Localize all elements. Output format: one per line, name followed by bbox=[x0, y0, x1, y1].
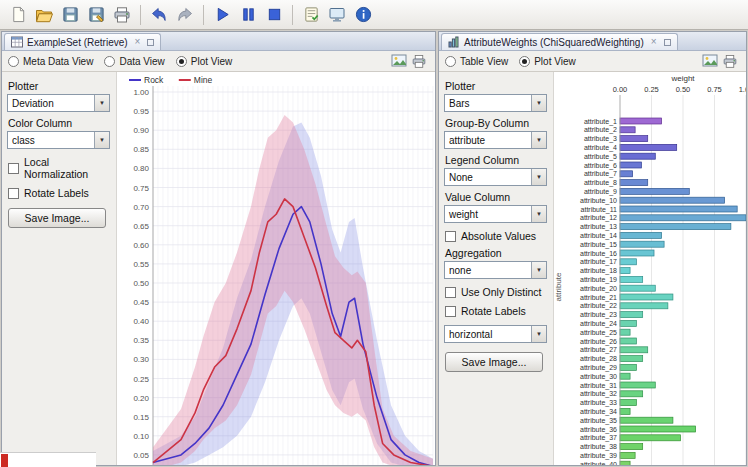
left-tabbar: ExampleSet (Retrieve) × bbox=[2, 32, 435, 51]
svg-text:attribute_4: attribute_4 bbox=[584, 144, 617, 152]
monitor-icon bbox=[328, 6, 346, 24]
svg-text:0.40: 0.40 bbox=[133, 317, 149, 326]
table-icon bbox=[11, 36, 23, 48]
status-red-marker bbox=[1, 454, 8, 467]
close-icon[interactable]: × bbox=[135, 37, 141, 47]
value-column-select[interactable]: weight ▼ bbox=[444, 205, 547, 223]
detach-icon[interactable] bbox=[147, 39, 154, 46]
svg-text:attribute_5: attribute_5 bbox=[584, 153, 617, 161]
undo-icon bbox=[150, 6, 168, 24]
checkbox-label: Absolute Values bbox=[461, 230, 536, 242]
left-plot-controls: Plotter Deviation ▼ Color Column class ▼… bbox=[2, 72, 116, 465]
save-button[interactable] bbox=[58, 3, 82, 27]
plotter-value: Bars bbox=[445, 98, 531, 109]
undo-button[interactable] bbox=[147, 3, 171, 27]
weights-bar-chart: weight0.000.250.500.751.00attributeattri… bbox=[554, 72, 746, 465]
detach-icon[interactable] bbox=[664, 39, 671, 46]
open-icon bbox=[35, 6, 53, 24]
exampleset-panel: ExampleSet (Retrieve) × Meta Data ViewDa… bbox=[1, 31, 436, 466]
plotter-select[interactable]: Deviation ▼ bbox=[7, 94, 110, 112]
save-icon bbox=[62, 6, 79, 23]
svg-text:attribute_25: attribute_25 bbox=[580, 329, 617, 337]
close-icon[interactable]: × bbox=[651, 37, 657, 47]
view-radio-label: Meta Data View bbox=[23, 56, 93, 67]
chevron-down-icon: ▼ bbox=[531, 206, 546, 222]
color-column-select[interactable]: class ▼ bbox=[7, 131, 110, 149]
svg-text:0.80: 0.80 bbox=[133, 164, 149, 173]
aggregation-select[interactable]: none ▼ bbox=[444, 261, 547, 279]
rotate-labels-checkbox[interactable]: Rotate Labels bbox=[445, 305, 547, 317]
save-image-button[interactable]: Save Image... bbox=[445, 352, 543, 372]
checkbox-box bbox=[8, 163, 19, 174]
rotate-labels-checkbox[interactable]: Rotate Labels bbox=[8, 187, 110, 199]
svg-text:attribute_33: attribute_33 bbox=[580, 399, 617, 407]
svg-text:attribute_31: attribute_31 bbox=[580, 382, 617, 390]
svg-text:0.50: 0.50 bbox=[676, 85, 691, 94]
print-icon[interactable] bbox=[720, 53, 740, 70]
svg-text:attribute_22: attribute_22 bbox=[580, 302, 617, 310]
legend-column-select[interactable]: None ▼ bbox=[444, 168, 547, 186]
view-radio-data-view[interactable]: Data View bbox=[104, 56, 164, 67]
new-button[interactable] bbox=[6, 3, 30, 27]
pause-button[interactable] bbox=[236, 3, 260, 27]
svg-text:0.55: 0.55 bbox=[133, 260, 149, 269]
svg-text:1.00: 1.00 bbox=[739, 85, 746, 94]
svg-text:attribute_9: attribute_9 bbox=[584, 188, 617, 196]
svg-text:0.15: 0.15 bbox=[133, 413, 149, 422]
radio-dot bbox=[8, 56, 19, 67]
info-button[interactable] bbox=[351, 3, 375, 27]
plotter-label: Plotter bbox=[445, 80, 547, 92]
print-button[interactable] bbox=[110, 3, 134, 27]
local-normalization-checkbox[interactable]: Local Normalization bbox=[8, 156, 110, 180]
svg-text:attribute_36: attribute_36 bbox=[580, 426, 617, 434]
right-content: Plotter Bars ▼ Group-By Column attribute… bbox=[439, 72, 746, 465]
checkbox-label: Local Normalization bbox=[24, 156, 110, 180]
run-button[interactable] bbox=[210, 3, 234, 27]
plotter-select[interactable]: Bars ▼ bbox=[444, 94, 547, 112]
view-radio-plot-view[interactable]: Plot View bbox=[176, 56, 233, 67]
absolute-values-checkbox[interactable]: Absolute Values bbox=[445, 230, 547, 242]
group-by-column-select[interactable]: attribute ▼ bbox=[444, 131, 547, 149]
tab-exampleset[interactable]: ExampleSet (Retrieve) × bbox=[4, 33, 161, 50]
radio-dot bbox=[176, 56, 187, 67]
view-radio-table-view[interactable]: Table View bbox=[445, 56, 508, 67]
svg-text:attribute_17: attribute_17 bbox=[580, 258, 617, 266]
group-by-column-label: Group-By Column bbox=[445, 117, 547, 129]
svg-text:0.20: 0.20 bbox=[133, 394, 149, 403]
radio-dot bbox=[519, 56, 530, 67]
deviation-plot-area: 1.000.950.900.850.800.750.700.650.600.55… bbox=[116, 72, 435, 465]
redo-button[interactable] bbox=[173, 3, 197, 27]
svg-text:attribute: attribute bbox=[554, 272, 563, 301]
svg-text:0.30: 0.30 bbox=[133, 355, 149, 364]
svg-text:attribute_32: attribute_32 bbox=[580, 390, 617, 398]
tab-title: AttributeWeights (ChiSquaredWeighting) bbox=[464, 37, 644, 48]
chevron-down-icon: ▼ bbox=[531, 132, 546, 148]
run-icon bbox=[214, 6, 231, 23]
tab-attributeweights[interactable]: AttributeWeights (ChiSquaredWeighting) × bbox=[441, 33, 678, 50]
view-radio-label: Table View bbox=[460, 56, 508, 67]
checkbox-box bbox=[445, 306, 456, 317]
svg-text:attribute_37: attribute_37 bbox=[580, 434, 617, 442]
group-by-column-value: attribute bbox=[445, 135, 531, 146]
tab-title: ExampleSet (Retrieve) bbox=[27, 37, 128, 48]
validate-button[interactable] bbox=[299, 3, 323, 27]
orientation-select[interactable]: horizontal ▼ bbox=[444, 325, 547, 343]
view-radio-meta-data-view[interactable]: Meta Data View bbox=[8, 56, 93, 67]
export-image-icon[interactable] bbox=[389, 53, 409, 70]
legend-column-value: None bbox=[445, 172, 531, 183]
save-as-button[interactable] bbox=[84, 3, 108, 27]
save-image-button[interactable]: Save Image... bbox=[8, 208, 106, 228]
view-radio-plot-view[interactable]: Plot View bbox=[519, 56, 576, 67]
stop-button[interactable] bbox=[262, 3, 286, 27]
open-button[interactable] bbox=[32, 3, 56, 27]
export-image-icon[interactable] bbox=[700, 53, 720, 70]
svg-text:attribute_7: attribute_7 bbox=[584, 170, 617, 178]
chevron-down-icon: ▼ bbox=[531, 326, 546, 342]
use-only-distinct-checkbox[interactable]: Use Only Distinct bbox=[445, 286, 547, 298]
print-icon[interactable] bbox=[409, 53, 429, 70]
weights-icon bbox=[448, 36, 460, 48]
app-window: ExampleSet (Retrieve) × Meta Data ViewDa… bbox=[0, 0, 748, 467]
svg-text:0.25: 0.25 bbox=[644, 85, 659, 94]
svg-text:attribute_1: attribute_1 bbox=[584, 118, 617, 126]
monitor-button[interactable] bbox=[325, 3, 349, 27]
